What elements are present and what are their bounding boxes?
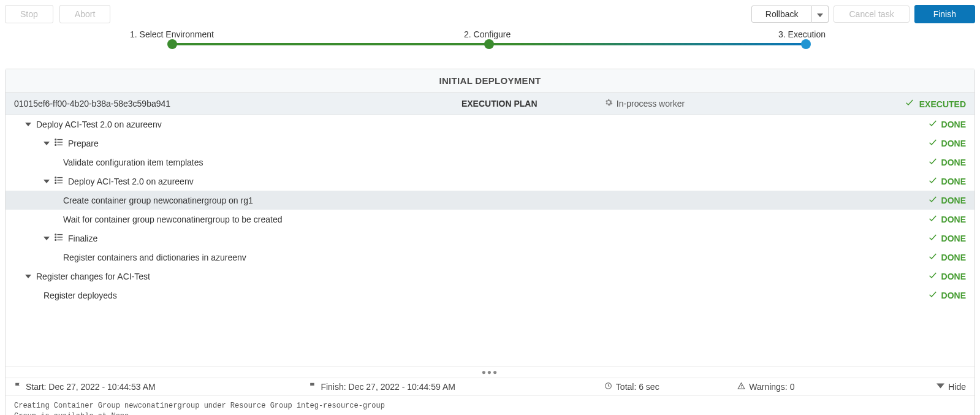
- tree-row-label: Register deployeds: [44, 291, 117, 300]
- tree-row-label: Register containers and dictionaries in …: [63, 253, 246, 262]
- gears-icon: [604, 98, 613, 109]
- tree-row-status: DONE: [941, 272, 966, 281]
- wizard-step-1-label: 1. Select Environment: [130, 29, 214, 39]
- check-icon: [928, 194, 938, 206]
- top-toolbar: Stop Abort Rollback Cancel task Finish: [0, 0, 980, 27]
- check-icon: [928, 289, 938, 301]
- svg-point-5: [55, 145, 56, 146]
- tree-row[interactable]: PrepareDONE: [6, 134, 974, 153]
- tree-row-status: DONE: [941, 234, 966, 243]
- wizard-dot-2: [484, 39, 494, 49]
- tree-row[interactable]: Validate configuration item templatesDON…: [6, 153, 974, 172]
- check-icon: [928, 270, 938, 282]
- tree-row-label: Wait for container group newconatinergro…: [63, 215, 282, 224]
- caret-down-icon[interactable]: [44, 234, 50, 243]
- caret-down-icon[interactable]: [44, 139, 50, 148]
- svg-point-10: [55, 180, 56, 181]
- checkered-flag-icon: [309, 382, 317, 392]
- svg-point-3: [55, 139, 56, 140]
- resize-handle[interactable]: ●●●: [6, 366, 974, 378]
- finish-button[interactable]: Finish: [914, 5, 975, 23]
- wizard-steps: 1. Select Environment 2. Configure 3. Ex…: [9, 29, 971, 63]
- tree-row-label: Deploy ACI-Test 2.0 on azureenv: [68, 177, 194, 186]
- rollback-button[interactable]: Rollback: [751, 6, 813, 23]
- section-title: INITIAL DEPLOYMENT: [6, 69, 974, 93]
- tree-row[interactable]: Register deployedsDONE: [6, 286, 974, 305]
- hide-label: Hide: [948, 382, 966, 392]
- caret-down-icon[interactable]: [25, 272, 31, 281]
- wizard-step-2-label: 2. Configure: [464, 29, 511, 39]
- plan-status: EXECUTED: [919, 99, 966, 109]
- finish-time: Finish: Dec 27, 2022 - 10:44:59 AM: [321, 382, 455, 392]
- caret-down-icon[interactable]: [25, 120, 31, 129]
- warning-icon: [737, 382, 745, 392]
- wizard-dot-1: [167, 39, 177, 49]
- main-panel: INITIAL DEPLOYMENT 01015ef6-ff00-4b20-b3…: [5, 69, 975, 415]
- tree-row-status: DONE: [941, 215, 966, 224]
- warnings-count: Warnings: 0: [749, 382, 794, 392]
- plan-title: EXECUTION PLAN: [462, 99, 604, 109]
- tree-row[interactable]: FinalizeDONE: [6, 229, 974, 248]
- tree-row[interactable]: Create container group newconatinergroup…: [6, 191, 974, 210]
- execution-tree: Deploy ACI-Test 2.0 on azureenvDONEPrepa…: [6, 115, 974, 305]
- tree-row-label: Deploy ACI-Test 2.0 on azureenv: [36, 120, 162, 129]
- wizard-dot-3: [801, 39, 811, 49]
- tree-row-status: DONE: [941, 158, 966, 167]
- chevron-down-icon: [936, 382, 944, 392]
- rollback-split-button[interactable]: Rollback: [751, 6, 829, 23]
- tree-row[interactable]: Deploy ACI-Test 2.0 on azureenvDONE: [6, 115, 974, 134]
- cancel-task-button[interactable]: Cancel task: [834, 6, 909, 23]
- plan-header: 01015ef6-ff00-4b20-b38a-58e3c59ba941 EXE…: [6, 93, 974, 115]
- tree-row-label: Finalize: [68, 234, 97, 243]
- rollback-dropdown-toggle[interactable]: [812, 6, 829, 23]
- log-output: Creating Container Group newconatinergro…: [6, 395, 974, 415]
- check-icon: [928, 251, 938, 263]
- total-time: Total: 6 sec: [616, 382, 659, 392]
- flag-icon: [14, 382, 22, 392]
- list-icon: [55, 233, 63, 243]
- svg-point-17: [55, 240, 56, 241]
- tree-row-status: DONE: [941, 139, 966, 148]
- wizard-step-3-label: 3. Execution: [778, 29, 826, 39]
- check-icon: [928, 213, 938, 225]
- tree-row-status: DONE: [941, 291, 966, 300]
- tree-row[interactable]: Register changes for ACI-TestDONE: [6, 267, 974, 286]
- check-icon: [928, 175, 938, 187]
- caret-down-icon[interactable]: [44, 177, 50, 186]
- svg-point-16: [55, 237, 56, 238]
- svg-point-9: [55, 177, 56, 178]
- worker-label: In-process worker: [617, 99, 685, 109]
- list-icon: [55, 176, 63, 186]
- tree-row-status: DONE: [941, 196, 966, 205]
- stop-button[interactable]: Stop: [5, 5, 53, 23]
- hide-log-toggle[interactable]: Hide: [899, 382, 966, 392]
- tree-row[interactable]: Register containers and dictionaries in …: [6, 248, 974, 267]
- svg-point-4: [55, 142, 56, 143]
- tree-row-status: DONE: [941, 120, 966, 129]
- tree-row-label: Validate configuration item templates: [63, 158, 203, 167]
- tree-row-label: Create container group newconatinergroup…: [63, 196, 253, 205]
- list-icon: [55, 138, 63, 148]
- svg-point-11: [55, 183, 56, 184]
- check-icon: [928, 156, 938, 168]
- tree-row-label: Prepare: [68, 139, 99, 148]
- tree-row-status: DONE: [941, 177, 966, 186]
- plan-uuid: 01015ef6-ff00-4b20-b38a-58e3c59ba941: [14, 99, 462, 109]
- check-icon: [905, 99, 917, 109]
- check-icon: [928, 232, 938, 244]
- abort-button[interactable]: Abort: [59, 5, 110, 23]
- tree-row-status: DONE: [941, 253, 966, 262]
- tree-row[interactable]: Deploy ACI-Test 2.0 on azureenvDONE: [6, 172, 974, 191]
- tree-row[interactable]: Wait for container group newconatinergro…: [6, 210, 974, 229]
- chevron-down-icon: [817, 9, 823, 19]
- clock-icon: [604, 382, 612, 392]
- start-time: Start: Dec 27, 2022 - 10:44:53 AM: [26, 382, 156, 392]
- check-icon: [928, 118, 938, 130]
- check-icon: [928, 137, 938, 149]
- meta-row: Start: Dec 27, 2022 - 10:44:53 AM Finish…: [6, 378, 974, 395]
- tree-row-label: Register changes for ACI-Test: [36, 272, 150, 281]
- svg-point-15: [55, 234, 56, 235]
